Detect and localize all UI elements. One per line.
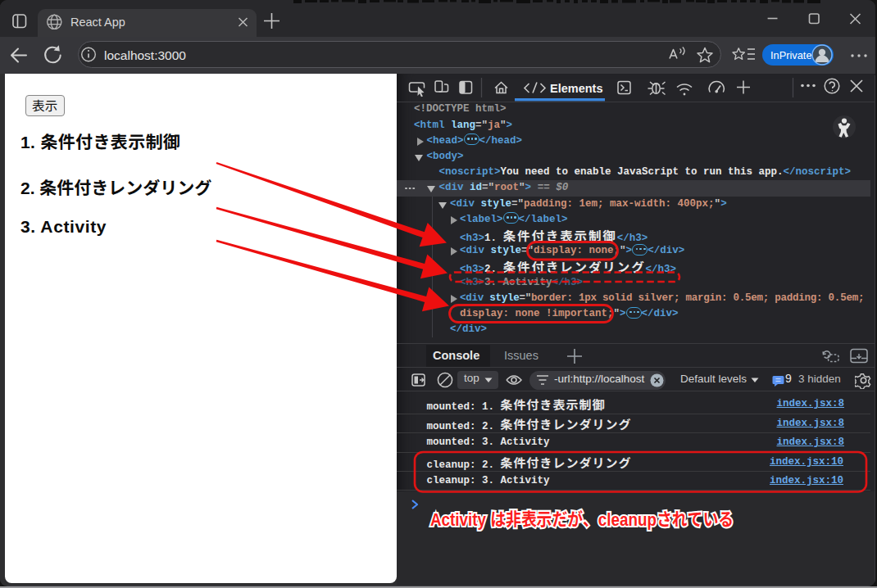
svg-text:Elements: Elements: [550, 82, 602, 95]
